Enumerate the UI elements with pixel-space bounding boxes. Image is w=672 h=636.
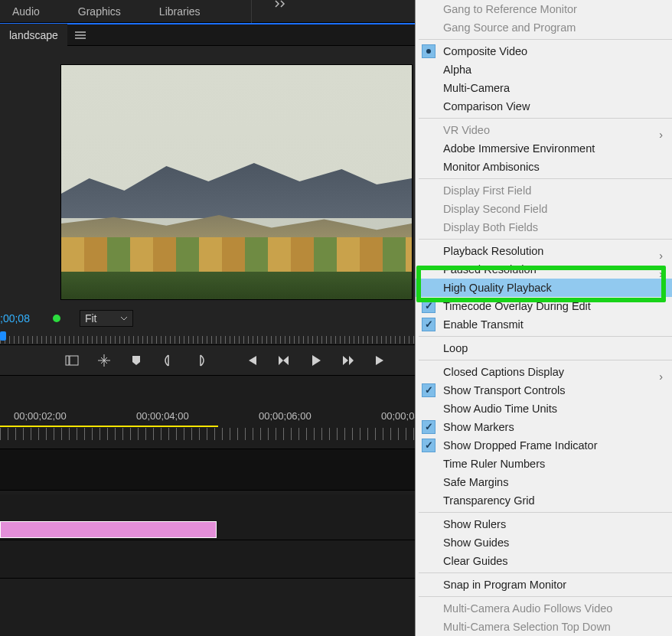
monitor-playhead-icon[interactable] [0,331,6,341]
menu-item-audio-time-units[interactable]: Show Audio Time Units [416,400,672,418]
menu-item-mc-top-down: Multi-Camera Selection Top Down [416,618,672,636]
timeline-clip[interactable] [0,521,217,538]
menu-item-gang-source: Gang Source and Program [416,18,672,37]
menu-item-multicamera[interactable]: Multi-Camera [416,79,672,97]
check-icon: ✓ [422,383,435,397]
menu-item-loop[interactable]: Loop [416,339,672,357]
menu-item-both-fields: Display Both Fields [416,218,672,236]
menu-item-enable-transmit[interactable]: ✓ Enable Transmit [416,315,672,334]
menu-item-snap[interactable]: Snap in Program Monitor [416,576,672,594]
play-icon[interactable] [305,351,327,370]
menu-libraries[interactable]: Libraries [159,5,201,18]
video-preview[interactable] [60,64,413,300]
menu-item-vr-video: VR Video› [416,121,672,139]
time-label: 00;00;04;00 [136,410,189,422]
zoom-value: Fit [85,312,97,325]
dropped-frame-indicator-icon [53,315,60,322]
timecode-display[interactable]: ;00;08 [0,312,30,325]
menu-item-high-quality-playback[interactable]: High Quality Playback [416,279,672,297]
radio-checked-icon [422,44,435,58]
time-label: 00;00;06;00 [259,410,312,422]
check-icon: ✓ [422,318,435,331]
work-area-bar[interactable] [0,426,218,427]
menu-item-timecode-overlay[interactable]: ✓ Timecode Overlay During Edit [416,297,672,315]
mark-in-icon[interactable] [158,351,179,370]
mark-out-icon[interactable] [190,351,211,370]
menu-item-mc-audio-follows: Multi-Camera Audio Follows Video [416,599,672,618]
menu-item-clear-guides[interactable]: Clear Guides [416,552,672,570]
menu-item-alpha[interactable]: Alpha [416,60,672,79]
panel-title[interactable]: landscape [0,24,67,47]
menu-item-closed-captions[interactable]: Closed Captions Display› [416,363,672,381]
menu-item-transparency-grid[interactable]: Transparency Grid [416,491,672,510]
menu-item-show-markers[interactable]: ✓ Show Markers [416,418,672,436]
menu-overflow-icon[interactable] [251,0,287,23]
menu-item-second-field: Display Second Field [416,200,672,218]
menu-graphics[interactable]: Graphics [78,5,121,18]
menu-item-paused-resolution[interactable]: Paused Resolution› [416,260,672,279]
check-icon: ✓ [422,420,435,434]
menu-item-show-guides[interactable]: Show Guides [416,533,672,552]
menu-item-immersive[interactable]: Adobe Immersive Environment [416,139,672,158]
monitor-settings-menu: Gang to Reference Monitor Gang Source an… [415,0,672,636]
snap-icon[interactable] [93,351,115,370]
menu-item-show-transport[interactable]: ✓ Show Transport Controls [416,381,672,400]
go-to-in-icon[interactable] [241,351,263,370]
panel-menu-icon[interactable] [75,31,86,39]
menu-item-first-field: Display First Field [416,181,672,200]
menu-item-show-rulers[interactable]: Show Rulers [416,515,672,533]
chevron-down-icon [120,316,128,321]
check-icon: ✓ [422,439,435,452]
step-back-icon[interactable] [273,351,295,370]
marker-icon[interactable] [126,351,147,370]
menu-item-comparison-view[interactable]: Comparison View [416,97,672,116]
check-icon: ✓ [422,299,435,313]
menu-item-time-ruler-numbers[interactable]: Time Ruler Numbers [416,455,672,473]
svg-rect-0 [66,356,69,365]
menu-item-safe-margins[interactable]: Safe Margins [416,473,672,491]
menu-audio[interactable]: Audio [12,5,40,18]
menu-item-composite-video[interactable]: Composite Video [416,42,672,60]
menu-item-ambisonics[interactable]: Monitor Ambisonics [416,158,672,176]
mark-clip-icon[interactable] [61,351,83,370]
menu-item-show-dropped-frame[interactable]: ✓ Show Dropped Frame Indicator [416,436,672,455]
menu-item-playback-resolution[interactable]: Playback Resolution› [416,242,672,260]
step-forward-icon[interactable] [338,351,359,370]
menu-item-gang-reference: Gang to Reference Monitor [416,0,672,18]
go-to-out-icon[interactable] [370,351,391,370]
time-label: 00;00;02;00 [14,410,67,422]
zoom-dropdown[interactable]: Fit [80,310,133,327]
svg-rect-1 [70,356,78,365]
